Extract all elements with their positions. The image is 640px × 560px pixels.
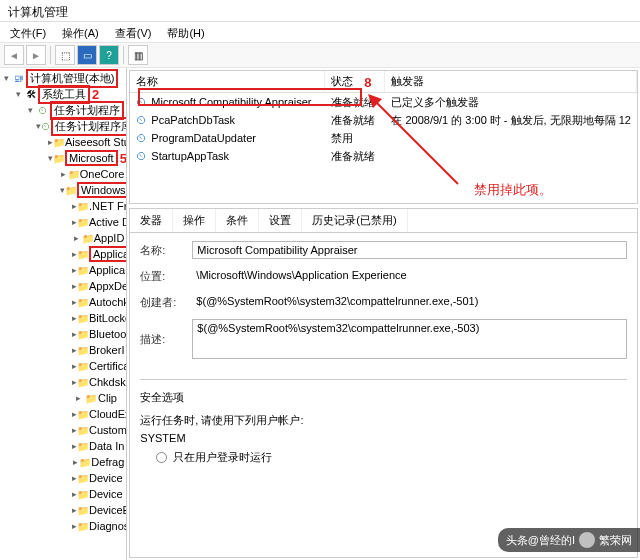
back-button[interactable]: ◄ xyxy=(4,45,24,65)
tab-settings[interactable]: 设置 xyxy=(259,209,302,232)
tree-folder[interactable]: ▸📁Device I xyxy=(0,470,126,486)
window-title: 计算机管理 xyxy=(0,0,640,22)
detail-panel: 发器 操作 条件 设置 历史记录(已禁用) 名称:Microsoft Compa… xyxy=(129,208,638,558)
tab-history[interactable]: 历史记录(已禁用) xyxy=(302,209,407,232)
radio-icon[interactable] xyxy=(156,452,167,463)
library-icon: ⏲ xyxy=(41,121,51,132)
security-runas: 运行任务时, 请使用下列用户帐户: xyxy=(140,413,627,428)
menu-help[interactable]: 帮助(H) xyxy=(161,24,210,40)
toolbar: ◄ ► ⬚ ▭ ? ▥ xyxy=(0,42,640,68)
tree-folder[interactable]: ▸📁Certifica xyxy=(0,358,126,374)
folder-icon: 📁 xyxy=(53,153,65,164)
tree-microsoft[interactable]: Microsoft xyxy=(65,150,118,166)
task-row[interactable]: ⏲ProgramDataUpdater禁用 xyxy=(130,129,637,147)
task-list: 名称 状态 触发器 ⏲Microsoft Compatibility Appra… xyxy=(129,70,638,204)
computer-icon: 🖳 xyxy=(12,73,26,84)
tab-conditions[interactable]: 条件 xyxy=(216,209,259,232)
tab-triggers[interactable]: 发器 xyxy=(130,209,173,232)
tree-folder[interactable]: ▸📁Autochk xyxy=(0,294,126,310)
up-button[interactable]: ⬚ xyxy=(55,45,75,65)
avatar xyxy=(579,532,595,548)
col-trigger[interactable]: 触发器 xyxy=(385,71,637,92)
menu-view[interactable]: 查看(V) xyxy=(109,24,158,40)
tree-folder[interactable]: ▸📁DeviceE xyxy=(0,502,126,518)
tree-folder[interactable]: ▸📁Application Experience xyxy=(0,246,126,262)
tree-folder[interactable]: ▸📁Custom xyxy=(0,422,126,438)
label-author: 创建者: xyxy=(140,295,192,310)
view-button[interactable]: ▥ xyxy=(128,45,148,65)
task-row[interactable]: ⏲StartupAppTask准备就绪 xyxy=(130,147,637,165)
field-location: \Microsoft\Windows\Application Experienc… xyxy=(192,267,627,285)
tree-folder[interactable]: ▸📁AppxDe xyxy=(0,278,126,294)
tree-folder[interactable]: ▸📁BrokerI xyxy=(0,342,126,358)
security-title: 安全选项 xyxy=(140,390,627,405)
tree-folder[interactable]: ▸📁Device S xyxy=(0,486,126,502)
tree-folder[interactable]: ▸📁Chkdsk xyxy=(0,374,126,390)
field-author: $(@%SystemRoot%\system32\compattelrunner… xyxy=(192,293,627,311)
label-location: 位置: xyxy=(140,269,192,284)
field-desc[interactable]: $(@%SystemRoot%\system32\compattelrunner… xyxy=(192,319,627,359)
clock-icon: ⏲ xyxy=(36,105,50,116)
task-row[interactable]: ⏲PcaPatchDbTask准备就绪在 2008/9/1 的 3:00 时 -… xyxy=(130,111,637,129)
tree-folder[interactable]: ▸📁AppID xyxy=(0,230,126,246)
forward-button[interactable]: ► xyxy=(26,45,46,65)
tree-aiseesoft[interactable]: Aiseesoft Stud xyxy=(65,136,127,148)
folder-icon: 📁 xyxy=(68,169,80,180)
tree-folder[interactable]: ▸📁Active D xyxy=(0,214,126,230)
show-hide-button[interactable]: ▭ xyxy=(77,45,97,65)
help-button[interactable]: ? xyxy=(99,45,119,65)
folder-icon: 📁 xyxy=(65,185,77,196)
tree-folder[interactable]: ▸📁Data In xyxy=(0,438,126,454)
menu-action[interactable]: 操作(A) xyxy=(56,24,105,40)
tree-folder[interactable]: ▸📁Applica xyxy=(0,262,126,278)
menu-file[interactable]: 文件(F) xyxy=(4,24,52,40)
watermark: 头条@曾经的I繁荣网 xyxy=(498,528,640,552)
security-account: SYSTEM xyxy=(140,432,627,444)
label-name: 名称: xyxy=(140,243,192,258)
label-desc: 描述: xyxy=(140,332,192,347)
tree-schedlib[interactable]: 任务计划程序库 xyxy=(51,117,127,136)
tree-onecore[interactable]: OneCore xyxy=(80,168,125,180)
content-panel: 名称 状态 触发器 ⏲Microsoft Compatibility Appra… xyxy=(127,68,640,560)
annotation-box xyxy=(138,88,362,106)
menubar: 文件(F) 操作(A) 查看(V) 帮助(H) xyxy=(0,22,640,42)
folder-icon: 📁 xyxy=(53,137,65,148)
tree-folder[interactable]: ▸📁Bluetoo xyxy=(0,326,126,342)
tree-folder[interactable]: ▸📁Diagnos xyxy=(0,518,126,534)
tab-actions[interactable]: 操作 xyxy=(173,209,216,232)
tree-folder[interactable]: ▸📁BitLocke xyxy=(0,310,126,326)
tree-folder[interactable]: ▸📁Clip xyxy=(0,390,126,406)
annotation-8: 8 xyxy=(364,75,371,90)
radio-loggedin[interactable]: 只在用户登录时运行 xyxy=(173,450,272,465)
tools-icon: 🛠 xyxy=(24,89,38,100)
tree-panel[interactable]: ▾🖳计算机管理(本地) ▾🛠系统工具2 ▾⏲任务计划程序 ▾⏲任务计划程序库4 … xyxy=(0,68,127,560)
tree-folder[interactable]: ▸📁CloudEx xyxy=(0,406,126,422)
tree-windows[interactable]: Windows xyxy=(77,182,127,198)
tree-folder[interactable]: ▸📁Defrag xyxy=(0,454,126,470)
tree-folder[interactable]: ▸📁.NET Fr xyxy=(0,198,126,214)
annotation-note: 禁用掉此项。 xyxy=(474,181,552,199)
field-name[interactable]: Microsoft Compatibility Appraiser xyxy=(192,241,627,259)
